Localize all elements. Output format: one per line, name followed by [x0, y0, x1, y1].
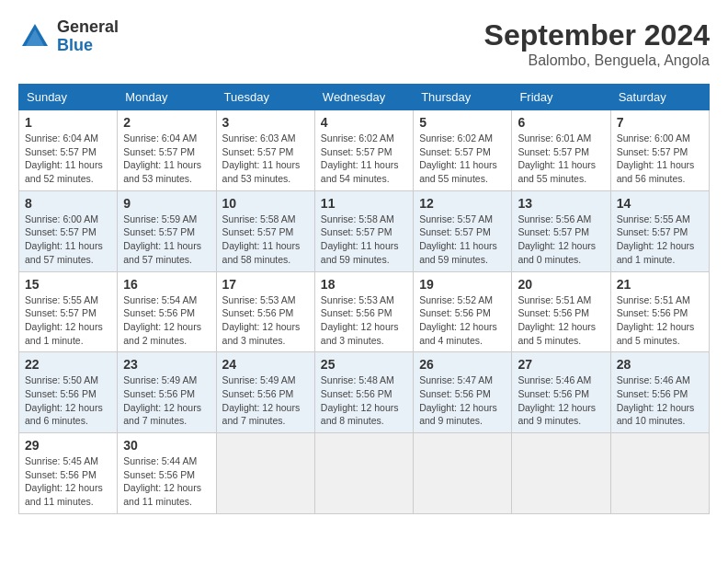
day-number: 23 — [123, 357, 210, 372]
page-header: General Blue September 2024 Balombo, Ben… — [18, 18, 710, 69]
table-row: 17 Sunrise: 5:53 AMSunset: 5:56 PMDaylig… — [216, 271, 314, 352]
day-info: Sunrise: 5:48 AMSunset: 5:56 PMDaylight:… — [321, 373, 407, 428]
day-number: 29 — [25, 438, 111, 453]
logo-general: General — [57, 17, 119, 36]
table-row: 13 Sunrise: 5:56 AMSunset: 5:57 PMDaylig… — [512, 190, 610, 271]
day-info: Sunrise: 6:03 AMSunset: 5:57 PMDaylight:… — [222, 132, 309, 186]
day-number: 15 — [25, 277, 111, 292]
day-number: 24 — [222, 357, 309, 372]
day-info: Sunrise: 5:52 AMSunset: 5:56 PMDaylight:… — [419, 293, 506, 348]
table-row: 25 Sunrise: 5:48 AMSunset: 5:56 PMDaylig… — [314, 352, 413, 433]
day-info: Sunrise: 5:51 AMSunset: 5:56 PMDaylight:… — [617, 293, 703, 348]
day-info: Sunrise: 6:02 AMSunset: 5:57 PMDaylight:… — [419, 132, 506, 186]
day-number: 22 — [25, 357, 111, 372]
table-row: 22 Sunrise: 5:50 AMSunset: 5:56 PMDaylig… — [19, 352, 118, 433]
table-row — [314, 433, 413, 514]
table-row: 9 Sunrise: 5:59 AMSunset: 5:57 PMDayligh… — [118, 190, 216, 271]
table-row: 1 Sunrise: 6:04 AMSunset: 5:57 PMDayligh… — [19, 110, 118, 191]
table-row: 3 Sunrise: 6:03 AMSunset: 5:57 PMDayligh… — [216, 110, 314, 191]
week-row: 8 Sunrise: 6:00 AMSunset: 5:57 PMDayligh… — [19, 190, 710, 271]
calendar-header: Sunday Monday Tuesday Wednesday Thursday… — [19, 85, 710, 110]
table-row: 23 Sunrise: 5:49 AMSunset: 5:56 PMDaylig… — [118, 352, 216, 433]
day-number: 17 — [222, 277, 309, 292]
day-number: 19 — [419, 277, 506, 292]
table-row: 29 Sunrise: 5:45 AMSunset: 5:56 PMDaylig… — [19, 433, 118, 514]
logo-text: General Blue — [57, 18, 119, 55]
day-info: Sunrise: 5:58 AMSunset: 5:57 PMDaylight:… — [321, 213, 407, 267]
table-row: 14 Sunrise: 5:55 AMSunset: 5:57 PMDaylig… — [610, 190, 709, 271]
table-row: 26 Sunrise: 5:47 AMSunset: 5:56 PMDaylig… — [414, 352, 512, 433]
day-number: 1 — [25, 115, 111, 130]
table-row: 5 Sunrise: 6:02 AMSunset: 5:57 PMDayligh… — [414, 110, 512, 191]
day-info: Sunrise: 5:50 AMSunset: 5:56 PMDaylight:… — [25, 373, 111, 428]
day-info: Sunrise: 5:46 AMSunset: 5:56 PMDaylight:… — [617, 373, 703, 428]
logo: General Blue — [18, 18, 119, 55]
table-row — [610, 433, 709, 514]
col-sunday: Sunday — [19, 85, 118, 110]
day-info: Sunrise: 5:49 AMSunset: 5:56 PMDaylight:… — [123, 373, 210, 428]
table-row: 15 Sunrise: 5:55 AMSunset: 5:57 PMDaylig… — [19, 271, 118, 352]
logo-icon — [18, 20, 51, 53]
day-number: 28 — [617, 357, 703, 372]
calendar: Sunday Monday Tuesday Wednesday Thursday… — [18, 84, 710, 514]
day-number: 18 — [321, 277, 407, 292]
day-info: Sunrise: 5:58 AMSunset: 5:57 PMDaylight:… — [222, 213, 309, 267]
day-number: 13 — [518, 196, 604, 211]
table-row: 27 Sunrise: 5:46 AMSunset: 5:56 PMDaylig… — [512, 352, 610, 433]
day-number: 30 — [123, 438, 210, 453]
col-thursday: Thursday — [414, 85, 512, 110]
day-number: 11 — [321, 196, 407, 211]
table-row: 7 Sunrise: 6:00 AMSunset: 5:57 PMDayligh… — [610, 110, 709, 191]
col-saturday: Saturday — [610, 85, 709, 110]
day-number: 20 — [518, 277, 604, 292]
day-info: Sunrise: 6:04 AMSunset: 5:57 PMDaylight:… — [123, 132, 210, 186]
day-number: 4 — [321, 115, 407, 130]
location: Balombo, Benguela, Angola — [484, 52, 710, 69]
day-number: 12 — [419, 196, 506, 211]
day-info: Sunrise: 6:00 AMSunset: 5:57 PMDaylight:… — [25, 213, 111, 267]
title-area: September 2024 Balombo, Benguela, Angola — [484, 18, 710, 69]
table-row: 6 Sunrise: 6:01 AMSunset: 5:57 PMDayligh… — [512, 110, 610, 191]
day-info: Sunrise: 5:57 AMSunset: 5:57 PMDaylight:… — [419, 213, 506, 267]
table-row: 10 Sunrise: 5:58 AMSunset: 5:57 PMDaylig… — [216, 190, 314, 271]
week-row: 22 Sunrise: 5:50 AMSunset: 5:56 PMDaylig… — [19, 352, 710, 433]
day-number: 27 — [518, 357, 604, 372]
table-row — [216, 433, 314, 514]
calendar-body: 1 Sunrise: 6:04 AMSunset: 5:57 PMDayligh… — [19, 110, 710, 514]
table-row: 30 Sunrise: 5:44 AMSunset: 5:56 PMDaylig… — [118, 433, 216, 514]
day-info: Sunrise: 5:51 AMSunset: 5:56 PMDaylight:… — [518, 293, 604, 348]
table-row: 20 Sunrise: 5:51 AMSunset: 5:56 PMDaylig… — [512, 271, 610, 352]
header-row: Sunday Monday Tuesday Wednesday Thursday… — [19, 85, 710, 110]
table-row — [414, 433, 512, 514]
day-info: Sunrise: 6:00 AMSunset: 5:57 PMDaylight:… — [617, 132, 703, 186]
day-number: 5 — [419, 115, 506, 130]
table-row: 11 Sunrise: 5:58 AMSunset: 5:57 PMDaylig… — [314, 190, 413, 271]
day-info: Sunrise: 5:53 AMSunset: 5:56 PMDaylight:… — [222, 293, 309, 348]
day-info: Sunrise: 5:53 AMSunset: 5:56 PMDaylight:… — [321, 293, 407, 348]
col-monday: Monday — [118, 85, 216, 110]
week-row: 1 Sunrise: 6:04 AMSunset: 5:57 PMDayligh… — [19, 110, 710, 191]
table-row: 12 Sunrise: 5:57 AMSunset: 5:57 PMDaylig… — [414, 190, 512, 271]
day-number: 6 — [518, 115, 604, 130]
col-friday: Friday — [512, 85, 610, 110]
day-number: 3 — [222, 115, 309, 130]
day-number: 21 — [617, 277, 703, 292]
day-info: Sunrise: 5:45 AMSunset: 5:56 PMDaylight:… — [25, 454, 111, 509]
day-number: 26 — [419, 357, 506, 372]
day-info: Sunrise: 5:55 AMSunset: 5:57 PMDaylight:… — [25, 293, 111, 348]
day-info: Sunrise: 5:44 AMSunset: 5:56 PMDaylight:… — [123, 454, 210, 509]
table-row: 24 Sunrise: 5:49 AMSunset: 5:56 PMDaylig… — [216, 352, 314, 433]
col-wednesday: Wednesday — [314, 85, 413, 110]
day-info: Sunrise: 6:01 AMSunset: 5:57 PMDaylight:… — [518, 132, 604, 186]
day-number: 7 — [617, 115, 703, 130]
day-number: 8 — [25, 196, 111, 211]
day-info: Sunrise: 5:56 AMSunset: 5:57 PMDaylight:… — [518, 213, 604, 267]
day-number: 14 — [617, 196, 703, 211]
logo-blue: Blue — [57, 36, 93, 54]
day-number: 2 — [123, 115, 210, 130]
day-number: 16 — [123, 277, 210, 292]
day-info: Sunrise: 5:47 AMSunset: 5:56 PMDaylight:… — [419, 373, 506, 428]
week-row: 29 Sunrise: 5:45 AMSunset: 5:56 PMDaylig… — [19, 433, 710, 514]
table-row: 19 Sunrise: 5:52 AMSunset: 5:56 PMDaylig… — [414, 271, 512, 352]
day-info: Sunrise: 5:49 AMSunset: 5:56 PMDaylight:… — [222, 373, 309, 428]
